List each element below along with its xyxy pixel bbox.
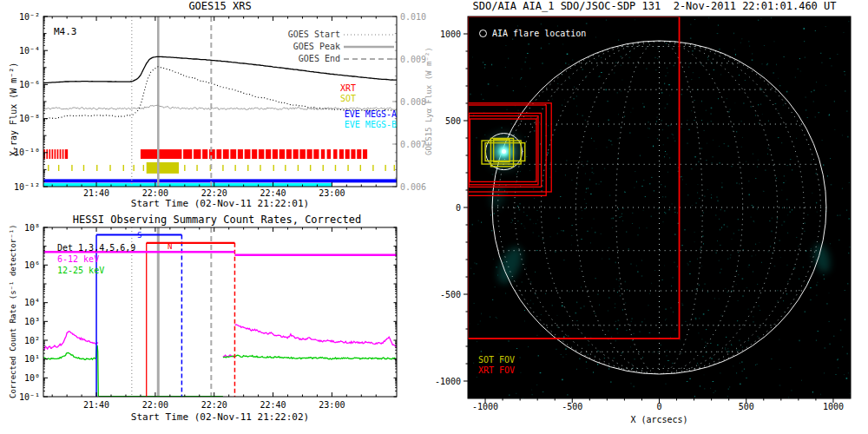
noise-dot (477, 377, 477, 378)
noise-dot (727, 98, 728, 99)
noise-dot (469, 324, 470, 325)
noise-dot (484, 68, 485, 69)
noise-dot (733, 233, 734, 234)
goes-label-eve-megs-a: EVE MEGS-A (301, 109, 397, 120)
noise-dot (674, 262, 675, 263)
noise-dot (715, 391, 716, 391)
noise-dot (704, 195, 705, 197)
tick-label: 10⁻⁸ (19, 114, 40, 123)
tick-label: 23:00 (319, 188, 345, 198)
noise-dot (746, 161, 746, 162)
noise-dot (524, 310, 525, 311)
noise-dot (691, 79, 692, 80)
noise-dot (728, 388, 729, 390)
noise-dot (733, 33, 734, 35)
noise-dot (608, 311, 608, 312)
aia-legend-sot-fov: SOT FOV (478, 355, 515, 365)
noise-dot (648, 137, 649, 138)
noise-dot (846, 378, 848, 379)
noise-dot (831, 184, 832, 185)
noise-dot (695, 318, 697, 319)
noise-dot (691, 110, 692, 111)
tick-label: 500 (445, 116, 461, 126)
noise-dot (811, 160, 812, 161)
noise-dot (811, 248, 812, 250)
noise-dot (536, 250, 538, 251)
noise-dot (604, 168, 605, 170)
noise-dot (742, 347, 743, 348)
noise-dot (657, 117, 658, 118)
aia-panel: -1000-5000500100010005000-500-1000 SDO/A… (434, 0, 868, 434)
noise-dot (477, 137, 477, 139)
noise-dot (711, 121, 712, 122)
noise-dot (721, 315, 722, 316)
noise-dot (627, 289, 628, 290)
noise-dot (778, 78, 779, 79)
noise-dot (652, 352, 653, 352)
noise-dot (804, 28, 806, 30)
noise-dot (481, 221, 482, 223)
noise-dot (579, 268, 580, 269)
noise-dot (643, 180, 644, 181)
noise-dot (749, 265, 750, 266)
noise-dot (707, 310, 709, 311)
noise-dot (592, 172, 593, 173)
noise-dot (805, 311, 806, 312)
noise-dot (715, 250, 716, 251)
noise-dot (563, 336, 565, 338)
noise-dot (787, 281, 788, 282)
noise-dot (730, 109, 731, 110)
sot-coverage-tick (71, 165, 72, 171)
noise-dot (698, 365, 699, 365)
aia-image-area (468, 16, 851, 398)
noise-dot (608, 101, 608, 102)
noise-dot (694, 396, 695, 398)
noise-dot (801, 227, 802, 228)
sot-coverage-tick (335, 165, 336, 171)
noise-dot (727, 348, 728, 350)
noise-dot (710, 388, 711, 389)
noise-dot (668, 84, 670, 85)
noise-dot (483, 62, 483, 62)
noise-dot (576, 95, 577, 96)
noise-dot (571, 180, 572, 181)
noise-dot (615, 62, 617, 63)
noise-dot (667, 72, 668, 73)
noise-dot (541, 48, 542, 49)
noise-dot (521, 223, 522, 224)
noise-dot (804, 231, 805, 232)
noise-dot (779, 240, 780, 241)
xrt-coverage-band (194, 149, 201, 159)
noise-dot (752, 205, 753, 206)
tick-label: 21:40 (83, 400, 109, 410)
noise-dot (597, 364, 598, 365)
noise-dot (700, 249, 700, 250)
noise-dot (562, 44, 563, 45)
noise-dot (536, 223, 536, 224)
noise-dot (713, 156, 713, 157)
noise-dot (724, 224, 725, 226)
noise-dot (727, 259, 729, 260)
noise-dot (812, 193, 812, 194)
noise-dot (845, 75, 845, 76)
noise-dot (595, 355, 595, 356)
noise-dot (648, 128, 648, 129)
noise-dot (631, 321, 632, 322)
noise-dot (549, 177, 550, 178)
sot-coverage-tick (196, 165, 197, 171)
noise-dot (640, 155, 641, 157)
noise-dot (632, 223, 633, 224)
noise-dot (739, 340, 740, 342)
noise-dot (674, 141, 675, 141)
noise-dot (674, 65, 674, 66)
noise-dot (787, 214, 788, 215)
noise-dot (703, 230, 704, 231)
noise-dot (524, 228, 525, 229)
noise-dot (703, 313, 705, 315)
noise-dot (725, 288, 726, 289)
noise-dot (736, 284, 737, 285)
xrt-coverage-band (286, 149, 292, 159)
xrt-coverage-band (266, 149, 271, 159)
tick-label: 10⁻⁶ (19, 80, 40, 89)
noise-dot (533, 188, 534, 189)
